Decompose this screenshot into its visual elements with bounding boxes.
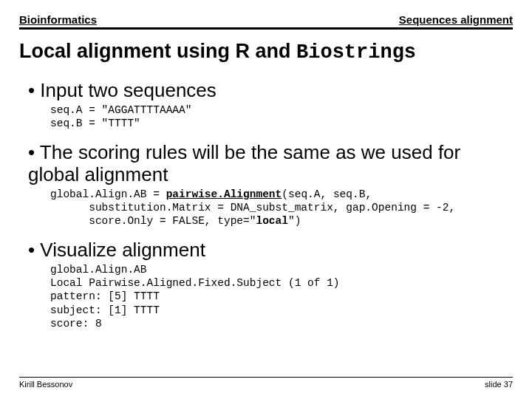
bullet-text-2: The scoring rules will be the same as we… [28,142,513,186]
bullet-text-3: Visualize alignment [28,239,513,262]
code-pre: global.Align.AB = [50,188,166,200]
footer-author: Kirill Bessonov [19,380,72,389]
footer-page: slide 37 [485,380,513,389]
bullet-item-3: Visualize alignment global.Align.AB Loca… [28,239,513,330]
title-package: Biostrings [296,41,416,64]
code-local: local [256,215,288,227]
bullet-text-1: Input two sequences [28,80,513,102]
header-right: Sequences alignment [399,13,513,26]
code-block-1: seq.A = "AGGATTTTAAAA" seq.B = "TTTT" [28,103,513,130]
footer: Kirill Bessonov slide 37 [19,377,513,389]
bullet-item-1: Input two sequences seq.A = "AGGATTTTAAA… [28,80,513,130]
header-bar: Bioinformatics Sequences alignment [19,13,513,30]
code-fn: pairwise.Alignment [166,188,282,200]
title-prefix: Local alignment using R and [19,40,296,62]
slide: Bioinformatics Sequences alignment Local… [0,0,532,399]
slide-title: Local alignment using R and Biostrings [19,40,513,64]
bullet-item-2: The scoring rules will be the same as we… [28,142,513,228]
code-post: ") [288,215,301,227]
code-block-2: global.Align.AB = pairwise.Alignment(seq… [28,188,513,228]
bullet-list: Input two sequences seq.A = "AGGATTTTAAA… [19,80,513,330]
code-block-3: global.Align.AB Local Pairwise.Aligned.F… [28,263,513,330]
header-left: Bioinformatics [19,13,97,26]
